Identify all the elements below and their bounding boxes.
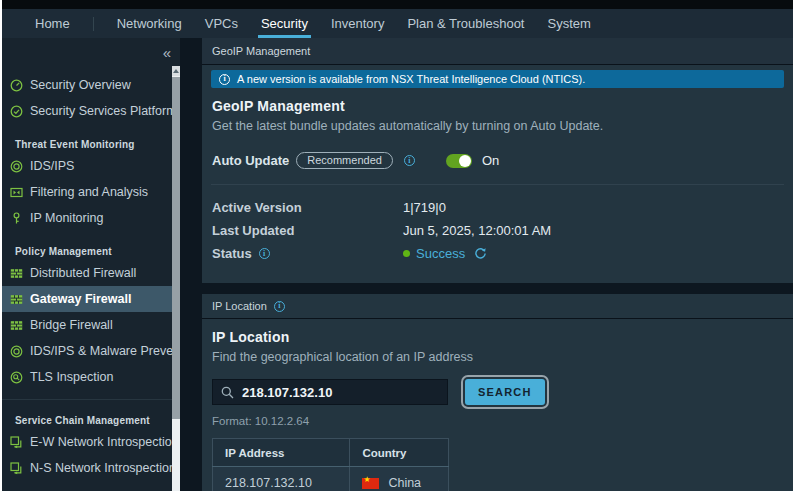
sidebar-group-header: Service Chain Management xyxy=(15,415,172,426)
sidebar-items: Security OverviewSecurity Services Platf… xyxy=(2,66,180,481)
tls-inspection-icon xyxy=(10,371,23,384)
column-header-country[interactable]: Country xyxy=(350,439,449,467)
ip-search-input[interactable]: 218.107.132.10 xyxy=(212,379,448,405)
ids-ips-icon xyxy=(10,345,23,358)
sidebar-item-label: Distributed Firewall xyxy=(30,266,136,280)
last-updated-value: Jun 5, 2025, 12:00:01 AM xyxy=(403,223,551,238)
status-info-icon[interactable] xyxy=(259,248,270,259)
sidebar-item-label: TLS Inspection xyxy=(30,370,113,384)
nav-tab-system[interactable]: System xyxy=(547,9,590,38)
ip-address-cell: 218.107.132.10 xyxy=(213,467,350,492)
sidebar-group-header: Policy Management xyxy=(15,246,172,257)
card-gap xyxy=(202,283,793,294)
sidebar-item-bridge-firewall[interactable]: Bridge Firewall xyxy=(2,312,172,338)
sidebar-item-label: Filtering and Analysis xyxy=(30,185,148,199)
ip-location-bar-title: IP Location xyxy=(212,300,267,312)
sidebar-item-security-services-platform[interactable]: Security Services Platform xyxy=(2,98,172,124)
firewall-icon xyxy=(10,267,23,280)
country-name: China xyxy=(388,476,421,490)
nav-tab-networking[interactable]: Networking xyxy=(117,9,182,38)
sidebar-item-label: Security Overview xyxy=(30,78,131,92)
network-introspection-icon xyxy=(10,436,23,449)
table-body: 218.107.132.10China xyxy=(213,467,449,492)
table-row: 218.107.132.10China xyxy=(213,467,449,492)
country-cell: China xyxy=(350,467,449,492)
ip-location-title-bar: IP Location xyxy=(202,294,793,319)
shield-check-icon xyxy=(10,105,23,118)
sidebar-item-filtering-and-analysis[interactable]: Filtering and Analysis xyxy=(2,179,172,205)
nav-tab-security[interactable]: Security xyxy=(261,9,308,38)
geoip-subtitle: Get the latest bundle updates automatica… xyxy=(212,119,793,133)
info-icon xyxy=(219,74,230,85)
auto-update-info-icon[interactable] xyxy=(404,155,415,166)
security-overview-icon xyxy=(10,79,23,92)
sidebar-item-n-s-network-introspection[interactable]: N-S Network Introspection xyxy=(2,455,172,481)
firewall-icon xyxy=(10,293,23,306)
auto-update-toggle[interactable] xyxy=(446,154,472,168)
status-label: Status xyxy=(212,246,252,261)
format-hint: Format: 10.12.2.64 xyxy=(212,415,793,427)
scroll-up-icon[interactable] xyxy=(172,66,180,76)
recommended-badge: Recommended xyxy=(296,152,393,169)
ip-location-subtitle: Find the geographical location of an IP … xyxy=(212,350,793,364)
sidebar-item-gateway-firewall[interactable]: Gateway Firewall xyxy=(2,286,172,312)
china-flag-icon xyxy=(362,478,379,489)
sidebar-item-e-w-network-introspection[interactable]: E-W Network Introspection xyxy=(2,429,172,455)
firewall-icon xyxy=(10,319,23,332)
sidebar-item-label: Bridge Firewall xyxy=(30,318,113,332)
sidebar-header xyxy=(2,38,180,66)
section-divider xyxy=(211,184,784,185)
new-version-banner: A new version is available from NSX Thre… xyxy=(211,70,784,88)
panel-seam xyxy=(180,38,202,491)
status-label-wrap: Status xyxy=(212,246,403,261)
column-header-ip-address[interactable]: IP Address xyxy=(213,439,350,467)
app-window: HomeNetworkingVPCsSecurityInventoryPlan … xyxy=(2,0,793,491)
search-button[interactable]: SEARCH xyxy=(465,379,545,405)
status-text: Success xyxy=(416,246,465,261)
nav-tab-vpcs[interactable]: VPCs xyxy=(205,9,238,38)
success-dot-icon xyxy=(403,250,410,257)
sidebar: Security OverviewSecurity Services Platf… xyxy=(2,38,180,491)
nav-tab-plan-troubleshoot[interactable]: Plan & Troubleshoot xyxy=(407,9,524,38)
sidebar-collapse-icon[interactable] xyxy=(163,45,171,60)
refresh-icon[interactable] xyxy=(474,247,487,260)
last-updated-label: Last Updated xyxy=(212,223,403,238)
auto-update-row: Auto Update Recommended On xyxy=(212,152,793,169)
nav-tab-inventory[interactable]: Inventory xyxy=(331,9,384,38)
nav-tab-home[interactable]: Home xyxy=(35,9,70,38)
search-icon xyxy=(221,386,234,399)
sidebar-group-header: Threat Event Monitoring xyxy=(15,139,172,150)
sidebar-item-ip-monitoring[interactable]: IP Monitoring xyxy=(2,205,172,231)
banner-text: A new version is available from NSX Thre… xyxy=(237,73,585,85)
sidebar-item-label: N-S Network Introspection xyxy=(30,461,172,475)
table-header-row: IP AddressCountry xyxy=(213,439,449,467)
sidebar-item-ids-ips-malware-prevent[interactable]: IDS/IPS & Malware Prevent... xyxy=(2,338,172,364)
main-content: GeoIP Management A new version is availa… xyxy=(202,38,793,491)
active-version-label: Active Version xyxy=(212,200,403,215)
body-row: Security OverviewSecurity Services Platf… xyxy=(2,38,793,491)
page-title-bar: GeoIP Management xyxy=(202,38,793,65)
sidebar-item-distributed-firewall[interactable]: Distributed Firewall xyxy=(2,260,172,286)
sidebar-item-security-overview[interactable]: Security Overview xyxy=(2,72,172,98)
scrollbar-thumb[interactable] xyxy=(172,77,180,419)
sidebar-item-label: Gateway Firewall xyxy=(30,292,131,306)
geoip-heading: GeoIP Management xyxy=(212,98,793,114)
version-info-rows: Active Version 1|719|0 Last Updated Jun … xyxy=(212,196,793,265)
ip-location-heading: IP Location xyxy=(212,329,793,345)
sidebar-item-label: IDS/IPS xyxy=(30,159,74,173)
ip-search-value: 218.107.132.10 xyxy=(242,385,332,400)
ip-monitoring-icon xyxy=(10,212,23,225)
status-value: Success xyxy=(403,246,487,261)
ip-location-info-icon[interactable] xyxy=(274,301,285,312)
sidebar-item-tls-inspection[interactable]: TLS Inspection xyxy=(2,364,172,390)
nav-divider xyxy=(93,17,94,31)
sidebar-item-label: E-W Network Introspection xyxy=(30,435,172,449)
status-row: Status Success xyxy=(212,242,793,265)
top-navigation: HomeNetworkingVPCsSecurityInventoryPlan … xyxy=(2,9,793,38)
sidebar-item-label: IP Monitoring xyxy=(30,211,103,225)
sidebar-item-ids-ips[interactable]: IDS/IPS xyxy=(2,153,172,179)
sidebar-scrollbar xyxy=(172,66,180,491)
ip-location-table: IP AddressCountry 218.107.132.10China xyxy=(212,438,449,491)
geoip-card: A new version is available from NSX Thre… xyxy=(202,65,793,283)
sidebar-item-label: IDS/IPS & Malware Prevent... xyxy=(30,344,172,358)
